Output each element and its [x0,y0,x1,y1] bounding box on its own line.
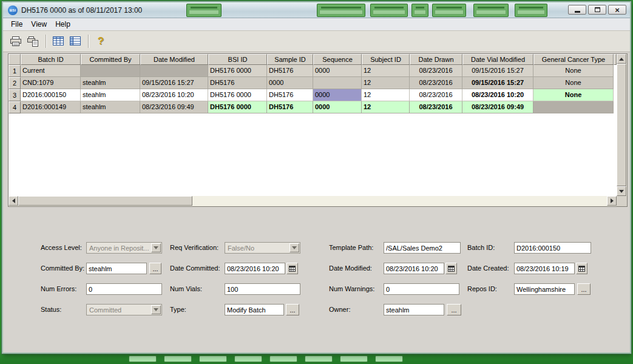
grid-cell[interactable]: 12 [362,101,410,113]
grid-cell[interactable]: 12 [362,77,410,89]
taskbar-button[interactable] [234,356,262,362]
grid-cell[interactable]: 08/23/2016 09:49 [140,101,208,113]
column-header-bsi-id[interactable]: BSI ID [208,54,267,65]
date-modified-calendar-button[interactable] [445,263,457,274]
type-browse-button[interactable]: ... [286,304,299,315]
grid-cell[interactable]: D2016:000150 [21,89,81,101]
taskbar-button[interactable] [199,356,227,362]
maximize-button[interactable] [588,5,606,15]
grid-cell[interactable]: DH5176 0000 [208,65,267,77]
taskbar-button[interactable] [305,356,333,362]
menu-file[interactable]: File [7,19,27,30]
num-warnings-input[interactable] [384,283,459,295]
column-header-general-cancer-type[interactable]: General Cancer Type [533,54,614,65]
grid-view-button[interactable] [50,33,66,49]
owner-input[interactable] [384,304,444,315]
grid-cell[interactable]: 12 [362,89,410,101]
column-header-date-drawn[interactable]: Date Drawn [410,54,462,65]
grid-cell[interactable]: 09/15/2016 15:27 [462,77,533,89]
help-button[interactable]: ? [93,33,109,49]
grid-cell[interactable]: steahlm [81,101,140,113]
grid-cell[interactable]: DH5176 [208,77,267,89]
grid-cell[interactable]: DH5176 [267,89,313,101]
scroll-right-button[interactable] [607,196,617,206]
grid-cell[interactable]: 0000 [267,77,313,89]
row-header[interactable]: 2 [8,77,21,89]
grid-cell[interactable]: DH5176 0000 [208,101,267,113]
template-path-input[interactable] [384,242,461,254]
column-header-date-vial-modified[interactable]: Date Vial Modified [462,54,533,65]
minimize-button[interactable] [568,5,586,15]
owner-browse-button[interactable]: ... [447,304,461,315]
taskbar-button[interactable] [129,356,157,362]
date-created-calendar-button[interactable] [576,263,587,274]
grid-cell[interactable]: None [533,89,614,101]
date-committed-calendar-button[interactable] [286,263,298,274]
grid-cell[interactable]: DH5176 [267,101,313,113]
record-view-button[interactable] [67,33,83,49]
type-input[interactable] [225,304,284,315]
menu-help[interactable]: Help [51,19,75,30]
column-header-batch-id[interactable]: Batch ID [21,54,81,65]
taskbar-button[interactable] [269,356,297,362]
column-header-sequence[interactable]: Sequence [313,54,362,65]
row-header[interactable]: 3 [8,89,21,101]
grid-cell[interactable] [313,77,362,89]
grid-cell[interactable]: 09/15/2016 15:27 [140,77,208,89]
print-button[interactable] [8,33,24,49]
grid-cell[interactable]: 08/23/2016 [410,89,462,101]
grid-cell[interactable]: DH5176 0000 [208,89,267,101]
grid-cell[interactable]: None [533,77,614,89]
grid-cell[interactable]: 08/23/2016 [410,65,462,77]
row-header[interactable]: 4 [8,101,21,113]
vertical-scrollbar[interactable] [617,54,627,196]
scroll-left-button[interactable] [8,196,18,206]
committed-by-input[interactable] [86,263,147,274]
date-committed-input[interactable] [225,263,285,274]
grid-cell[interactable]: 08/23/2016 10:20 [140,89,208,101]
h-scroll-thumb[interactable] [18,196,192,206]
titlebar[interactable]: BSI DH5176 0000 as of 08/11/2017 13:00 × [3,2,630,18]
print-preview-button[interactable] [25,33,41,49]
grid-cell[interactable]: 09/15/2016 15:27 [462,65,533,77]
column-header-sample-id[interactable]: Sample ID [267,54,313,65]
grid-cell[interactable]: steahlm [81,89,140,101]
v-scroll-thumb[interactable] [617,64,626,186]
grid-cell[interactable]: Current [21,65,81,77]
taskbar-button[interactable] [375,356,403,362]
grid-corner[interactable] [8,54,21,65]
column-header-date-modified[interactable]: Date Modified [140,54,208,65]
num-vials-input[interactable] [225,283,300,295]
grid-cell[interactable]: CND:1079 [21,77,81,89]
taskbar-button[interactable] [340,356,368,362]
num-errors-input[interactable] [86,283,162,295]
grid-cell[interactable]: 08/23/2016 09:49 [462,101,533,113]
taskbar-button[interactable] [164,356,192,362]
grid-cell[interactable]: 0000 [313,101,362,113]
app-icon[interactable]: BSI [8,5,18,15]
grid-cell[interactable]: steahlm [81,77,140,89]
grid-cell[interactable]: D2016:000149 [21,101,81,113]
column-header-committed-by[interactable]: Committed By [81,54,140,65]
grid-cell[interactable]: DH5176 [267,65,313,77]
committed-by-browse-button[interactable]: ... [149,263,161,274]
grid-cell[interactable]: 08/23/2016 [410,101,462,113]
grid-cell-active[interactable]: 0000 [313,89,362,101]
date-modified-input[interactable] [384,263,444,274]
scroll-down-button[interactable] [617,186,626,196]
batch-id-input[interactable] [514,242,591,254]
grid-cell[interactable] [140,65,208,77]
menu-view[interactable]: View [27,19,51,30]
grid-cell[interactable]: None [533,65,614,77]
scroll-up-button[interactable] [617,54,626,64]
repos-id-browse-button[interactable]: ... [577,283,591,295]
horizontal-scrollbar[interactable] [8,196,617,206]
grid-cell[interactable] [533,101,614,113]
grid-cell[interactable]: 0000 [313,65,362,77]
grid-cell[interactable]: 12 [362,65,410,77]
date-created-input[interactable] [514,263,575,274]
grid-cell[interactable] [81,65,140,77]
grid-cell[interactable]: 08/23/2016 10:20 [462,89,533,101]
column-header-subject-id[interactable]: Subject ID [362,54,410,65]
row-header[interactable]: 1 [8,65,21,77]
